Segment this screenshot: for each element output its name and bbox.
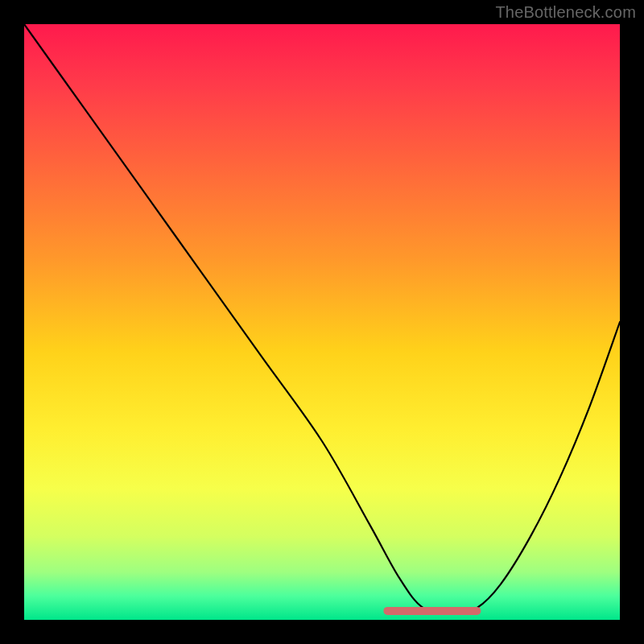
curve-layer: [24, 24, 620, 620]
chart-frame: TheBottleneck.com: [0, 0, 644, 644]
bottleneck-curve: [24, 24, 620, 614]
watermark-text: TheBottleneck.com: [495, 3, 636, 22]
plot-area: [24, 24, 620, 620]
